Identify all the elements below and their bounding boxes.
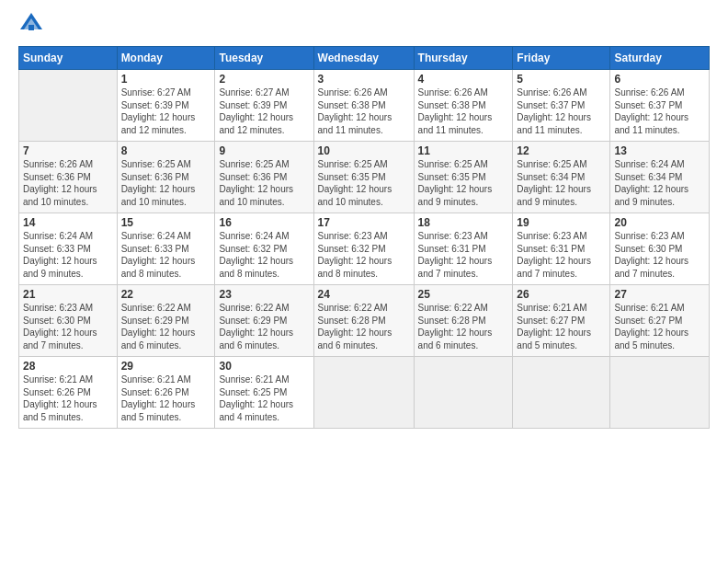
calendar-cell: 7Sunrise: 6:26 AM Sunset: 6:36 PM Daylig… <box>19 142 118 213</box>
calendar-cell: 14Sunrise: 6:24 AM Sunset: 6:33 PM Dayli… <box>19 213 118 285</box>
day-number: 15 <box>121 216 211 229</box>
day-number: 8 <box>121 144 211 157</box>
weekday-header: Sunday <box>19 47 118 70</box>
weekday-header: Saturday <box>610 47 710 70</box>
day-info: Sunrise: 6:26 AM Sunset: 6:38 PM Dayligh… <box>318 86 410 136</box>
calendar-cell: 23Sunrise: 6:22 AM Sunset: 6:29 PM Dayli… <box>215 285 313 357</box>
day-number: 16 <box>219 216 309 229</box>
calendar-week-row: 14Sunrise: 6:24 AM Sunset: 6:33 PM Dayli… <box>19 213 710 285</box>
day-info: Sunrise: 6:21 AM Sunset: 6:27 PM Dayligh… <box>614 302 705 351</box>
day-number: 11 <box>418 144 509 157</box>
calendar-cell: 3Sunrise: 6:26 AM Sunset: 6:38 PM Daylig… <box>313 70 414 142</box>
day-info: Sunrise: 6:23 AM Sunset: 6:30 PM Dayligh… <box>23 302 113 351</box>
weekday-header: Wednesday <box>313 47 414 70</box>
day-info: Sunrise: 6:25 AM Sunset: 6:35 PM Dayligh… <box>418 158 509 208</box>
calendar-cell: 22Sunrise: 6:22 AM Sunset: 6:29 PM Dayli… <box>117 285 215 357</box>
day-info: Sunrise: 6:22 AM Sunset: 6:29 PM Dayligh… <box>219 302 309 351</box>
calendar-cell: 16Sunrise: 6:24 AM Sunset: 6:32 PM Dayli… <box>215 213 313 285</box>
day-info: Sunrise: 6:21 AM Sunset: 6:26 PM Dayligh… <box>121 373 211 423</box>
day-number: 4 <box>418 73 509 86</box>
day-number: 21 <box>23 288 113 301</box>
calendar-cell: 9Sunrise: 6:25 AM Sunset: 6:36 PM Daylig… <box>215 142 313 213</box>
day-number: 9 <box>219 144 309 157</box>
day-info: Sunrise: 6:23 AM Sunset: 6:30 PM Dayligh… <box>614 230 705 280</box>
day-info: Sunrise: 6:25 AM Sunset: 6:36 PM Dayligh… <box>219 158 309 208</box>
day-number: 13 <box>614 144 705 157</box>
calendar-cell: 4Sunrise: 6:26 AM Sunset: 6:38 PM Daylig… <box>414 70 513 142</box>
calendar-cell: 19Sunrise: 6:23 AM Sunset: 6:31 PM Dayli… <box>513 213 610 285</box>
day-number: 3 <box>318 73 410 86</box>
day-info: Sunrise: 6:22 AM Sunset: 6:28 PM Dayligh… <box>418 302 509 351</box>
calendar-cell <box>610 357 710 429</box>
weekday-header: Friday <box>513 47 610 70</box>
calendar-cell: 29Sunrise: 6:21 AM Sunset: 6:26 PM Dayli… <box>117 357 215 429</box>
day-number: 1 <box>121 73 211 86</box>
day-info: Sunrise: 6:26 AM Sunset: 6:37 PM Dayligh… <box>517 86 606 136</box>
day-info: Sunrise: 6:22 AM Sunset: 6:29 PM Dayligh… <box>121 302 211 351</box>
calendar-cell <box>513 357 610 429</box>
calendar-cell: 18Sunrise: 6:23 AM Sunset: 6:31 PM Dayli… <box>414 213 513 285</box>
day-number: 5 <box>517 73 606 86</box>
calendar-week-row: 1Sunrise: 6:27 AM Sunset: 6:39 PM Daylig… <box>19 70 710 142</box>
calendar-cell: 1Sunrise: 6:27 AM Sunset: 6:39 PM Daylig… <box>117 70 215 142</box>
svg-rect-2 <box>28 25 34 30</box>
calendar-cell: 6Sunrise: 6:26 AM Sunset: 6:37 PM Daylig… <box>610 70 710 142</box>
day-info: Sunrise: 6:23 AM Sunset: 6:32 PM Dayligh… <box>318 230 410 280</box>
day-info: Sunrise: 6:21 AM Sunset: 6:26 PM Dayligh… <box>23 373 113 423</box>
calendar-cell: 27Sunrise: 6:21 AM Sunset: 6:27 PM Dayli… <box>610 285 710 357</box>
day-info: Sunrise: 6:23 AM Sunset: 6:31 PM Dayligh… <box>517 230 606 280</box>
calendar-cell: 17Sunrise: 6:23 AM Sunset: 6:32 PM Dayli… <box>313 213 414 285</box>
day-info: Sunrise: 6:23 AM Sunset: 6:31 PM Dayligh… <box>418 230 509 280</box>
day-number: 10 <box>318 144 410 157</box>
calendar-cell: 15Sunrise: 6:24 AM Sunset: 6:33 PM Dayli… <box>117 213 215 285</box>
day-info: Sunrise: 6:22 AM Sunset: 6:28 PM Dayligh… <box>318 302 410 351</box>
calendar-week-row: 7Sunrise: 6:26 AM Sunset: 6:36 PM Daylig… <box>19 142 710 213</box>
day-number: 12 <box>517 144 606 157</box>
day-number: 24 <box>318 288 410 301</box>
day-info: Sunrise: 6:24 AM Sunset: 6:33 PM Dayligh… <box>121 230 211 280</box>
calendar-cell: 28Sunrise: 6:21 AM Sunset: 6:26 PM Dayli… <box>19 357 118 429</box>
day-info: Sunrise: 6:26 AM Sunset: 6:37 PM Dayligh… <box>614 86 705 136</box>
day-info: Sunrise: 6:24 AM Sunset: 6:33 PM Dayligh… <box>23 230 113 280</box>
calendar-cell <box>19 70 118 142</box>
day-info: Sunrise: 6:25 AM Sunset: 6:36 PM Dayligh… <box>121 158 211 208</box>
calendar-cell: 11Sunrise: 6:25 AM Sunset: 6:35 PM Dayli… <box>414 142 513 213</box>
calendar-cell: 24Sunrise: 6:22 AM Sunset: 6:28 PM Dayli… <box>313 285 414 357</box>
day-info: Sunrise: 6:24 AM Sunset: 6:32 PM Dayligh… <box>219 230 309 280</box>
calendar-cell: 8Sunrise: 6:25 AM Sunset: 6:36 PM Daylig… <box>117 142 215 213</box>
day-number: 17 <box>318 216 410 229</box>
day-info: Sunrise: 6:24 AM Sunset: 6:34 PM Dayligh… <box>614 158 705 208</box>
day-info: Sunrise: 6:25 AM Sunset: 6:35 PM Dayligh… <box>318 158 410 208</box>
calendar-cell: 25Sunrise: 6:22 AM Sunset: 6:28 PM Dayli… <box>414 285 513 357</box>
day-number: 22 <box>121 288 211 301</box>
header <box>18 15 710 37</box>
day-number: 19 <box>517 216 606 229</box>
logo <box>18 15 48 37</box>
calendar-cell: 5Sunrise: 6:26 AM Sunset: 6:37 PM Daylig… <box>513 70 610 142</box>
day-number: 20 <box>614 216 705 229</box>
calendar-page: SundayMondayTuesdayWednesdayThursdayFrid… <box>0 0 728 563</box>
day-number: 6 <box>614 73 705 86</box>
calendar-cell: 20Sunrise: 6:23 AM Sunset: 6:30 PM Dayli… <box>610 213 710 285</box>
weekday-header: Thursday <box>414 47 513 70</box>
day-number: 2 <box>219 73 309 86</box>
day-number: 18 <box>418 216 509 229</box>
day-number: 30 <box>219 360 309 373</box>
weekday-header: Monday <box>117 47 215 70</box>
weekday-header: Tuesday <box>215 47 313 70</box>
calendar-cell <box>313 357 414 429</box>
day-number: 23 <box>219 288 309 301</box>
day-info: Sunrise: 6:27 AM Sunset: 6:39 PM Dayligh… <box>219 86 309 136</box>
calendar-cell: 13Sunrise: 6:24 AM Sunset: 6:34 PM Dayli… <box>610 142 710 213</box>
day-number: 7 <box>23 144 113 157</box>
day-info: Sunrise: 6:26 AM Sunset: 6:38 PM Dayligh… <box>418 86 509 136</box>
day-number: 28 <box>23 360 113 373</box>
calendar-cell: 10Sunrise: 6:25 AM Sunset: 6:35 PM Dayli… <box>313 142 414 213</box>
day-info: Sunrise: 6:21 AM Sunset: 6:25 PM Dayligh… <box>219 373 309 423</box>
calendar-cell: 2Sunrise: 6:27 AM Sunset: 6:39 PM Daylig… <box>215 70 313 142</box>
calendar-cell: 26Sunrise: 6:21 AM Sunset: 6:27 PM Dayli… <box>513 285 610 357</box>
calendar-week-row: 28Sunrise: 6:21 AM Sunset: 6:26 PM Dayli… <box>19 357 710 429</box>
calendar-cell <box>414 357 513 429</box>
day-number: 26 <box>517 288 606 301</box>
day-info: Sunrise: 6:21 AM Sunset: 6:27 PM Dayligh… <box>517 302 606 351</box>
